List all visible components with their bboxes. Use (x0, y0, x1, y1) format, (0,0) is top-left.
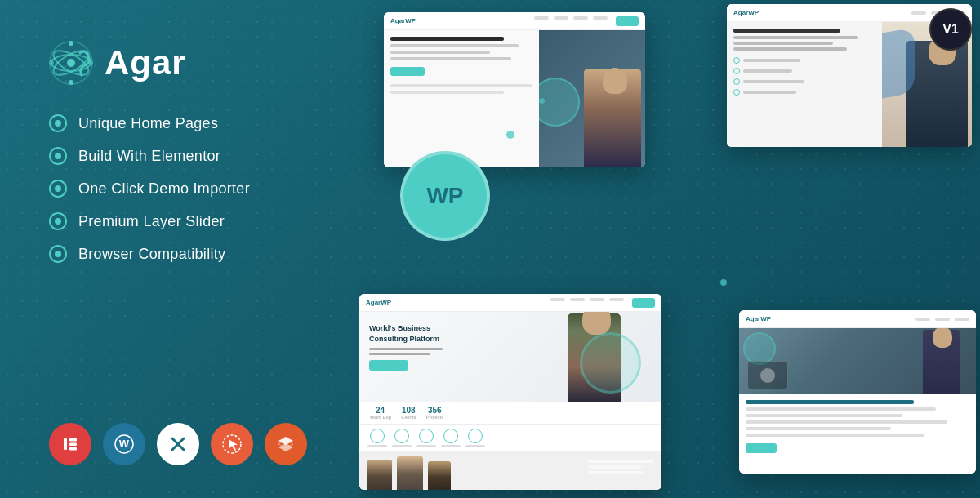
hero-subtitle-line (369, 348, 443, 350)
teal-circle-bl (580, 332, 641, 394)
deco-circle (539, 78, 580, 127)
content-line (746, 427, 891, 430)
feature-row (733, 68, 875, 74)
svg-point-4 (67, 59, 75, 67)
team-photos (359, 451, 662, 490)
main-container: Agar Unique Home Pages Build With Elemen… (0, 0, 980, 498)
feature-dot (733, 89, 740, 96)
paint-stroke (882, 27, 915, 98)
service-icon-item (392, 429, 412, 447)
mockup-bottom-right: AgarWP (739, 310, 976, 474)
mockup-nav-bl (550, 298, 655, 308)
service-label-line (466, 445, 485, 447)
content-line (390, 37, 504, 41)
nav-item (550, 298, 565, 301)
feature-row (733, 57, 875, 64)
svg-point-5 (69, 41, 74, 46)
service-circle (370, 429, 385, 443)
hero-text-bl: World's BusinessConsulting Platform (369, 323, 475, 371)
mockup-nav (534, 16, 639, 26)
feature-row (733, 89, 875, 96)
content-line (746, 420, 947, 424)
stat-num: 108 (401, 406, 416, 415)
person-sil (368, 460, 392, 490)
nav-item (570, 298, 585, 301)
team-line (588, 471, 645, 474)
mockup-body (384, 30, 645, 167)
feature-dot (733, 78, 740, 85)
float-dot-3 (720, 279, 727, 286)
feature-label-5: Browser Compatibility (78, 246, 225, 263)
nav-item (911, 11, 926, 15)
mockup-brand-br: AgarWP (746, 315, 771, 322)
service-circle (443, 429, 458, 443)
content-line (743, 69, 792, 73)
content-line (743, 80, 804, 83)
feature-dot-2 (49, 147, 67, 165)
svg-marker-18 (229, 439, 238, 451)
content-line (390, 44, 519, 47)
service-label-line (441, 445, 461, 447)
stat-item: 108 Clients (401, 406, 416, 420)
nav-item (935, 318, 950, 321)
service-icon-item (441, 429, 461, 447)
camera-lens (760, 368, 775, 383)
svg-rect-11 (69, 443, 77, 447)
service-circle (394, 429, 409, 443)
feature-row (733, 78, 875, 85)
feature-label-2: Build With Elementor (78, 148, 220, 165)
feature-item: Build With Elementor (49, 147, 318, 165)
feature-item: Premium Layer Slider (49, 212, 318, 230)
person-sil (397, 456, 423, 490)
office-teal-accent (743, 332, 776, 365)
person-head (603, 68, 627, 94)
feature-dot-5 (49, 245, 67, 263)
nav-item (573, 16, 588, 20)
person-sil (428, 461, 451, 490)
content-line-accent (746, 400, 914, 404)
mockup-hero-bl: World's BusinessConsulting Platform (359, 312, 662, 402)
hero-cta-bl (369, 360, 408, 371)
content-line (390, 51, 490, 54)
feature-label-4: Premium Layer Slider (78, 213, 225, 230)
team-text (588, 460, 653, 474)
feature-item: Unique Home Pages (49, 114, 318, 132)
service-circle (468, 429, 483, 443)
nav-item (534, 16, 549, 20)
logo-icon (49, 41, 93, 85)
content-button-br (746, 443, 777, 453)
content-line (733, 29, 840, 33)
mockup-navbar-bl: AgarWP (359, 294, 662, 312)
nav-cta (616, 16, 639, 26)
service-icons-row (359, 425, 662, 451)
feature-dot-1 (49, 114, 67, 132)
svg-rect-10 (69, 438, 77, 442)
content-lines-br (746, 400, 969, 453)
feature-item: Browser Compatibility (49, 245, 318, 263)
version-badge: V1 (929, 8, 972, 51)
stat-num: 24 (369, 406, 391, 415)
avada-icon (157, 423, 199, 465)
stat-label: Years Exp (369, 415, 391, 420)
content-line (390, 91, 504, 94)
feature-label-1: Unique Home Pages (78, 115, 218, 132)
service-icon-item (466, 429, 485, 447)
service-icon-item (368, 429, 387, 447)
person-head-bl (582, 312, 611, 335)
content-line (746, 414, 902, 417)
content-line (743, 91, 796, 94)
service-label-line (416, 445, 436, 447)
stat-num: 356 (425, 406, 443, 415)
wp-badge: WP (400, 151, 490, 241)
float-dot-2 (539, 98, 545, 104)
stat-label: Clients (401, 415, 416, 420)
feature-item: One Click Demo Importer (49, 180, 318, 198)
content-line (390, 84, 532, 87)
elementor-icon (49, 423, 91, 465)
cursor-icon (211, 423, 253, 465)
svg-point-6 (69, 80, 74, 85)
mockup-nav-br (915, 318, 969, 321)
mockup-brand-bl: AgarWP (366, 299, 391, 306)
float-dot-1 (506, 131, 514, 139)
nav-item (915, 318, 930, 321)
